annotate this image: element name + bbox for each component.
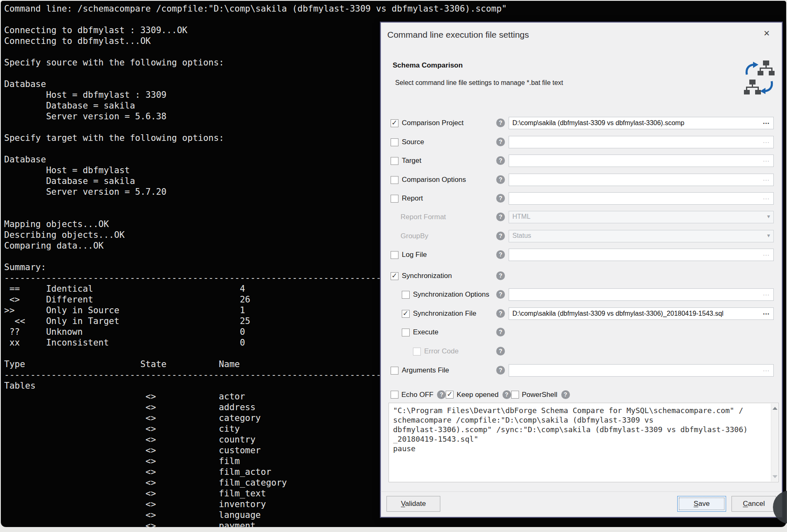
browse-button[interactable]: … (763, 193, 770, 201)
scroll-up-icon[interactable] (773, 407, 777, 410)
target-checkbox[interactable] (391, 157, 398, 165)
help-icon[interactable]: ? (496, 175, 505, 184)
log-file-input[interactable] (509, 249, 774, 261)
dialog-title: Command line execution file settings (387, 30, 529, 40)
browse-button[interactable]: … (763, 289, 770, 297)
row-arguments-file: Arguments File ? … (381, 364, 782, 377)
synchronization-label: Synchronization (402, 272, 452, 280)
browse-button[interactable]: … (763, 249, 770, 258)
help-icon[interactable]: ? (496, 194, 505, 203)
synchronization-file-checkbox[interactable]: ✓ (402, 310, 410, 318)
bat-file-text-box[interactable]: "C:\Program Files\Devart\dbForge Schema … (389, 403, 779, 482)
synchronization-options-label: Synchronization Options (413, 290, 489, 299)
help-icon[interactable]: ? (496, 250, 505, 259)
keep-opened-label: Keep opened (456, 391, 498, 399)
scroll-down-icon[interactable] (773, 475, 777, 478)
synchronization-file-label: Synchronization File (413, 310, 476, 318)
report-checkbox[interactable] (391, 195, 398, 203)
browse-button[interactable]: … (763, 137, 770, 145)
target-input[interactable] (509, 155, 774, 167)
browse-button[interactable]: … (763, 174, 770, 183)
save-button[interactable]: Save (677, 496, 726, 512)
comparison-project-checkbox[interactable]: ✓ (391, 119, 398, 127)
report-format-label: Report Format (401, 213, 446, 221)
row-report-format: Report Format ? HTML▾ (381, 211, 782, 223)
browse-button[interactable]: … (763, 155, 770, 164)
row-execute: Execute ? (381, 326, 782, 339)
check-icon: ✓ (391, 271, 397, 280)
report-format-value: HTML (512, 213, 531, 220)
browse-button[interactable]: … (763, 118, 770, 126)
help-icon[interactable]: ? (496, 366, 505, 375)
check-icon: ✓ (447, 390, 452, 398)
comparison-project-input[interactable] (509, 117, 774, 129)
help-icon[interactable]: ? (496, 290, 505, 299)
help-icon[interactable]: ? (502, 390, 511, 399)
echo-off-label: Echo OFF (401, 391, 433, 399)
powershell-checkbox[interactable] (511, 391, 519, 399)
scrollbar[interactable] (771, 404, 778, 481)
validate-button[interactable]: Validate (386, 496, 440, 512)
source-label: Source (402, 138, 424, 146)
groupby-label: GroupBy (401, 232, 428, 240)
browse-button[interactable]: … (763, 365, 770, 373)
help-icon[interactable]: ? (496, 347, 505, 355)
arguments-file-input[interactable] (509, 364, 774, 377)
echo-off-checkbox[interactable] (391, 391, 398, 399)
help-icon[interactable]: ? (561, 390, 570, 399)
error-code-checkbox (413, 348, 421, 355)
log-file-checkbox[interactable] (391, 251, 398, 259)
row-comparison-project: ✓ Comparison Project ? … (381, 117, 782, 129)
comparison-project-label: Comparison Project (402, 119, 464, 127)
row-source: Source ? … (381, 136, 782, 148)
source-checkbox[interactable] (391, 138, 398, 146)
powershell-label: PowerShell (522, 391, 558, 399)
report-input[interactable] (509, 192, 774, 205)
row-synchronization: ✓ Synchronization ? (381, 270, 782, 282)
help-icon[interactable]: ? (437, 390, 446, 399)
row-report: Report ? … (381, 192, 782, 205)
row-synchronization-file: ✓ Synchronization File ? … (381, 307, 782, 320)
target-label: Target (402, 157, 421, 165)
cancel-button[interactable]: Cancel (731, 496, 776, 512)
arguments-file-checkbox[interactable] (391, 367, 398, 375)
browse-button[interactable]: … (763, 308, 770, 317)
help-icon[interactable]: ? (496, 138, 505, 146)
help-icon[interactable]: ? (496, 271, 505, 280)
comparison-options-label: Comparison Options (402, 176, 466, 184)
groupby-value: Status (512, 232, 531, 239)
help-icon[interactable]: ? (496, 309, 505, 318)
row-synchronization-options: Synchronization Options ? … (381, 288, 782, 301)
command-line-settings-dialog: Command line execution file settings ✕ S… (380, 22, 783, 518)
log-file-label: Log File (402, 251, 427, 259)
comparison-options-checkbox[interactable] (391, 176, 398, 184)
synchronization-options-input[interactable] (509, 288, 774, 301)
schema-comparison-heading: Schema Comparison (393, 61, 463, 70)
row-log-file: Log File ? … (381, 249, 782, 261)
synchronization-file-input[interactable] (509, 307, 774, 320)
schema-comparison-icon (744, 60, 775, 96)
check-icon: ✓ (391, 118, 397, 127)
button-bar-divider (381, 491, 782, 492)
report-label: Report (402, 194, 423, 203)
error-code-label: Error Code (424, 347, 459, 355)
source-input[interactable] (509, 136, 774, 148)
dialog-subtitle: Select command line file settings to man… (395, 79, 563, 87)
help-icon[interactable]: ? (496, 156, 505, 165)
help-icon[interactable]: ? (496, 328, 505, 336)
execute-label: Execute (413, 328, 438, 336)
row-target: Target ? … (381, 155, 782, 167)
keep-opened-checkbox[interactable]: ✓ (446, 391, 454, 399)
synchronization-options-checkbox[interactable] (402, 291, 410, 299)
close-icon[interactable]: ✕ (760, 27, 773, 40)
help-icon[interactable]: ? (496, 213, 505, 221)
row-error-code: Error Code ? (381, 345, 782, 358)
bat-file-text[interactable]: "C:\Program Files\Devart\dbForge Schema … (389, 403, 778, 456)
check-icon: ✓ (403, 309, 408, 317)
help-icon[interactable]: ? (496, 118, 505, 127)
synchronization-checkbox[interactable]: ✓ (391, 272, 398, 280)
execute-checkbox[interactable] (402, 329, 410, 336)
bat-options-row: Echo OFF ? ✓ Keep opened ? PowerShell ? (391, 390, 570, 399)
comparison-options-input[interactable] (509, 174, 774, 186)
help-icon[interactable]: ? (496, 232, 505, 240)
